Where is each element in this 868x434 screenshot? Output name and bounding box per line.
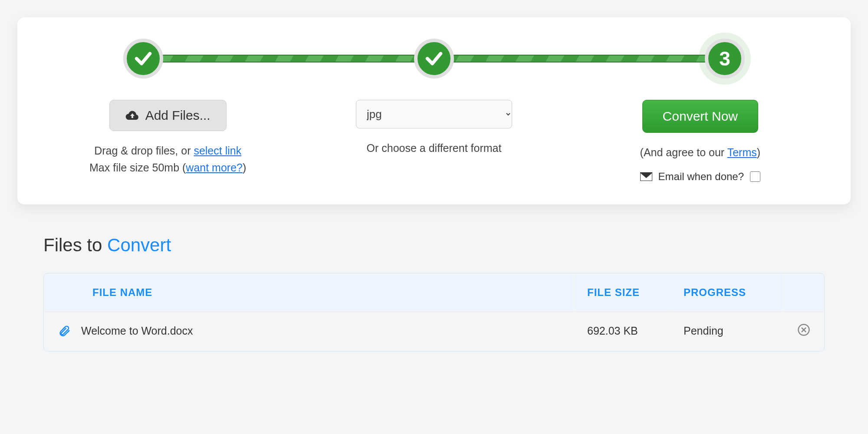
paperclip-icon — [58, 325, 71, 338]
convert-now-button[interactable]: Convert Now — [642, 100, 758, 133]
files-heading: Files to Convert — [43, 235, 825, 256]
heading-accent: Convert — [107, 235, 171, 255]
stepper: 3 — [122, 35, 746, 82]
select-link[interactable]: select link — [194, 145, 241, 157]
format-column: jpg Or choose a different format — [309, 100, 558, 183]
heading-pre: Files to — [43, 235, 107, 255]
email-when-done[interactable]: Email when done? — [640, 171, 760, 183]
file-table: FILE NAME FILE SIZE PROGRESS Welcome to … — [43, 273, 825, 352]
terms-post: ) — [757, 146, 760, 158]
format-help: Or choose a different format — [309, 140, 558, 157]
step-3-label: 3 — [719, 47, 730, 70]
format-select[interactable]: jpg — [356, 100, 512, 128]
check-icon — [133, 49, 153, 69]
add-files-label: Add Files... — [145, 108, 210, 123]
files-section: Files to Convert FILE NAME FILE SIZE PRO… — [43, 235, 825, 352]
col-remove — [784, 274, 823, 311]
table-row: Welcome to Word.docx 692.03 KB Pending — [45, 312, 823, 350]
col-progress: PROGRESS — [671, 274, 783, 311]
terms-help: (And agree to our Terms) — [576, 144, 825, 161]
terms-pre: (And agree to our — [640, 146, 727, 158]
conversion-card: 3 Add Files... Drag & drop files, or sel… — [17, 17, 851, 204]
cloud-upload-icon — [125, 109, 139, 122]
want-more-link[interactable]: want more? — [186, 161, 243, 174]
step-1-done — [123, 39, 163, 79]
envelope-icon — [640, 172, 652, 181]
help-text: Max file size 50mb ( — [89, 161, 186, 174]
add-files-column: Add Files... Drag & drop files, or selec… — [43, 100, 292, 183]
email-label: Email when done? — [658, 171, 744, 183]
check-icon — [424, 49, 444, 69]
add-files-button[interactable]: Add Files... — [109, 100, 227, 131]
terms-link[interactable]: Terms — [727, 146, 757, 158]
file-progress: Pending — [671, 312, 783, 350]
email-checkbox[interactable] — [750, 171, 760, 182]
step-3-current: 3 — [705, 39, 745, 79]
col-file-size: FILE SIZE — [574, 274, 670, 311]
convert-label: Convert Now — [663, 109, 738, 123]
close-circle-icon — [797, 323, 810, 336]
convert-column: Convert Now (And agree to our Terms) Ema… — [576, 100, 825, 183]
file-size: 692.03 KB — [574, 312, 670, 350]
help-text: ) — [243, 161, 246, 174]
col-file-name: FILE NAME — [45, 274, 573, 311]
help-text: Drag & drop files, or — [94, 145, 194, 157]
remove-file-button[interactable] — [797, 323, 810, 336]
step-2-done — [414, 39, 454, 79]
file-name: Welcome to Word.docx — [81, 325, 193, 337]
add-files-help: Drag & drop files, or select link Max fi… — [43, 142, 292, 176]
